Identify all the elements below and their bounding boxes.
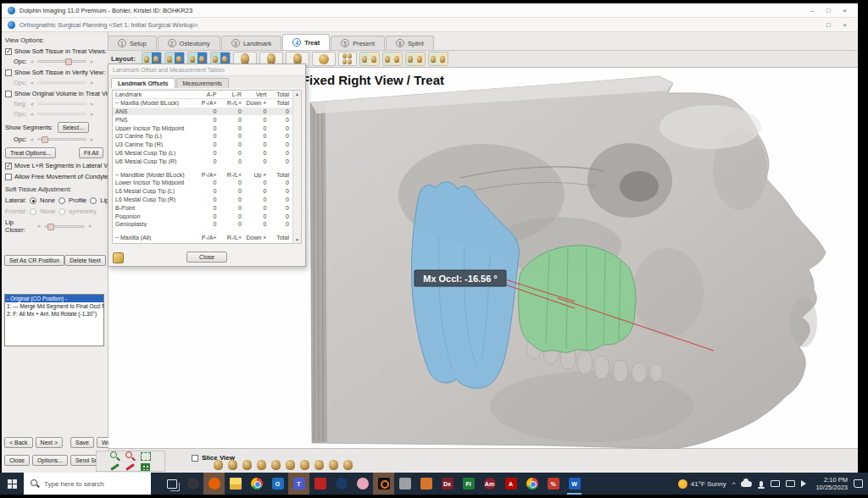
slider-left-arrow[interactable]: < <box>30 137 35 142</box>
onedrive-icon[interactable] <box>741 481 752 487</box>
notification-center-icon[interactable] <box>854 479 863 488</box>
zoom-region-icon[interactable] <box>141 452 151 461</box>
landmark-panel-close-button[interactable]: Close <box>186 252 227 263</box>
app-chrome[interactable] <box>246 473 267 495</box>
lip-closer-slider[interactable] <box>44 225 85 228</box>
segments-opacity-slider[interactable] <box>37 138 86 141</box>
position-list-item[interactable]: 1: --- Merge Md Segment to Final Occl Mo… <box>5 302 103 310</box>
delete-next-button[interactable]: Delete Next <box>64 255 106 266</box>
tab-treat[interactable]: 4Treat <box>282 34 330 50</box>
options-button[interactable]: Options... <box>32 455 68 466</box>
slider-right-arrow[interactable]: > <box>89 137 94 142</box>
show-soft-tissue-treat-checkbox[interactable] <box>5 48 12 55</box>
head-icon-5[interactable] <box>271 460 281 470</box>
tab-present[interactable]: 5Present <box>331 36 385 50</box>
slider-right-arrow[interactable]: > <box>87 224 92 229</box>
head-icon-7[interactable] <box>300 460 309 470</box>
show-original-volume-row[interactable]: Show Original Volume in Treat Views: <box>5 90 105 97</box>
app-outlook[interactable]: O <box>267 473 288 495</box>
skull-3d-render[interactable]: Mx Occl: -16.56 ° <box>303 68 860 449</box>
head-icon-1[interactable] <box>214 460 223 470</box>
head-icon-2[interactable] <box>228 460 237 470</box>
head-icon-10[interactable] <box>343 460 353 470</box>
slider-left-arrow[interactable]: < <box>30 59 35 64</box>
module-close-button[interactable]: × <box>837 19 852 30</box>
fit-all-button[interactable]: Fit All <box>79 147 103 158</box>
landmark-offset-panel[interactable]: Landmark Offset and Measurement Tables L… <box>108 64 306 267</box>
maxilla-segment[interactable] <box>518 246 636 353</box>
allow-free-movement-row[interactable]: Allow Free Movement of Condyles <box>5 173 105 180</box>
show-soft-tissue-verify-row[interactable]: Show Soft Tissue in Verify View: <box>5 69 105 76</box>
app-word[interactable]: W <box>564 473 585 495</box>
app-pink-circle[interactable] <box>352 473 373 495</box>
head-icon-3[interactable] <box>242 460 252 470</box>
slider-right-arrow[interactable]: > <box>89 59 94 64</box>
taskbar-search[interactable]: Type here to search <box>24 473 151 495</box>
maximize-button[interactable]: □ <box>821 5 836 15</box>
app-teams[interactable]: T <box>288 473 309 495</box>
close-window-button[interactable]: × <box>837 5 852 15</box>
tab-measurements[interactable]: Measurements <box>176 78 229 88</box>
tab-setup[interactable]: 1Setup <box>108 36 157 50</box>
app-adobe-am[interactable]: Am <box>479 473 500 495</box>
lateral-lips-radio[interactable] <box>90 197 97 204</box>
app-1password[interactable] <box>331 473 352 495</box>
head-icon-6[interactable] <box>286 460 295 470</box>
microphone-icon[interactable] <box>760 481 763 487</box>
layout-soft-tissue-view[interactable] <box>312 52 336 66</box>
move-lr-segments-row[interactable]: Move L+R Segments in Lateral Views <box>5 162 105 169</box>
app-acrobat[interactable]: A <box>500 473 521 495</box>
app-firefox[interactable] <box>203 473 225 495</box>
app-adobe-red[interactable] <box>309 473 331 495</box>
landmark-panel-titlebar[interactable]: Landmark Offset and Measurement Tables <box>108 64 305 76</box>
app-orange-box[interactable] <box>415 473 437 495</box>
show-original-volume-checkbox[interactable] <box>5 91 12 97</box>
grid-tool-icon[interactable] <box>141 463 150 471</box>
app-adobe-fl[interactable]: Fl <box>458 473 479 495</box>
layout-beige-pair-2[interactable] <box>382 52 403 66</box>
lateral-none-radio[interactable] <box>30 197 36 204</box>
volume-icon[interactable] <box>801 480 810 487</box>
minimize-button[interactable]: – <box>805 5 820 15</box>
select-segments-button[interactable]: Select... <box>58 122 89 133</box>
taskbar-clock[interactable]: 2:10 PM 10/25/2023 <box>815 476 848 491</box>
close-button[interactable]: Close <box>4 455 30 466</box>
hidden-icons-chevron[interactable]: ^ <box>732 480 736 488</box>
move-lr-segments-checkbox[interactable] <box>5 163 12 169</box>
task-view-button[interactable] <box>161 473 182 495</box>
scroll-down-icon[interactable]: ▼ <box>295 237 299 242</box>
opacity-slider[interactable] <box>37 60 86 63</box>
tab-landmark[interactable]: 3Landmark <box>221 36 281 50</box>
app-chrome-2[interactable] <box>521 473 542 495</box>
mx-occl-measurement-label[interactable]: Mx Occl: -16.56 ° <box>415 270 506 286</box>
table-scrollbar[interactable]: ▲ ▼ <box>292 91 301 243</box>
head-icon-9[interactable] <box>329 460 338 470</box>
position-list-item[interactable]: - Original (CO Position) - <box>5 295 103 302</box>
slice-view-checkbox[interactable] <box>192 455 198 462</box>
treat-options-button[interactable]: Treat Options... <box>5 147 56 158</box>
tab-splint[interactable]: 6Splint <box>386 36 434 50</box>
module-maximize-button[interactable]: □ <box>821 19 836 30</box>
app-adobe-dx[interactable]: Dx <box>437 473 458 495</box>
network-icon[interactable] <box>786 480 795 487</box>
app-paint3d[interactable] <box>394 473 415 495</box>
app-browser-dark[interactable] <box>182 473 203 495</box>
back-button[interactable]: < Back <box>4 437 33 448</box>
green-tool-icon[interactable] <box>110 463 120 471</box>
slider-left-arrow[interactable]: < <box>36 224 42 229</box>
tab-osteotomy[interactable]: 2Osteotomy <box>158 36 220 50</box>
layout-beige-pair-1[interactable] <box>359 52 380 66</box>
save-button[interactable]: Save <box>70 437 94 448</box>
magnifier-minus-icon[interactable] <box>125 451 136 462</box>
layout-quad-view[interactable] <box>338 52 357 66</box>
head-icon-8[interactable] <box>314 460 324 470</box>
allow-free-movement-checkbox[interactable] <box>5 174 12 180</box>
position-list-item[interactable]: 2: F: All Mx + Ant. Md Rotate (-1.30°) <box>5 310 103 318</box>
position-history-list[interactable]: - Original (CO Position) -1: --- Merge M… <box>4 294 104 346</box>
app-dolphin-active[interactable] <box>373 473 394 495</box>
lateral-profile-radio[interactable] <box>58 197 65 204</box>
layout-beige-pair-4[interactable] <box>428 52 448 66</box>
set-as-cr-position-button[interactable]: Set As CR Position <box>4 255 64 266</box>
head-icon-4[interactable] <box>257 460 266 470</box>
show-soft-tissue-treat-row[interactable]: Show Soft Tissue in Treat Views: <box>5 47 105 55</box>
